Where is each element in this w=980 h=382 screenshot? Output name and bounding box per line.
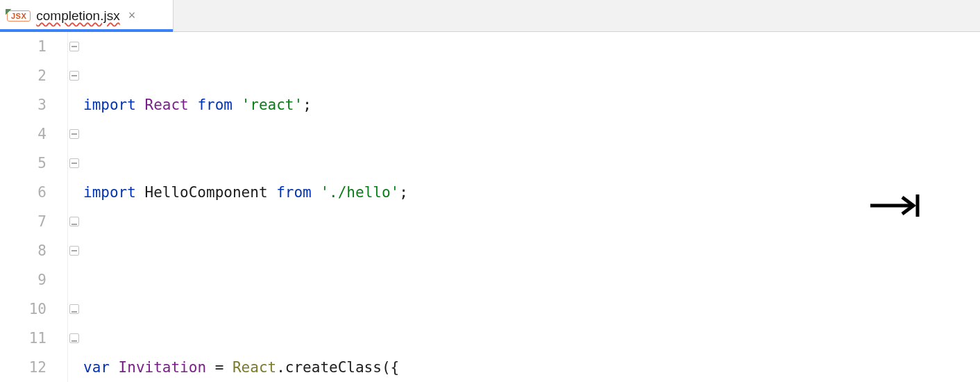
code-line: var Invitation = React.createClass({ <box>83 353 980 382</box>
fold-marker-icon[interactable] <box>69 217 79 226</box>
jsx-file-icon: JSX <box>7 10 31 22</box>
fold-column <box>68 32 83 382</box>
fold-marker-icon[interactable] <box>69 129 79 139</box>
close-icon[interactable]: × <box>128 8 136 23</box>
file-tab[interactable]: JSX completion.jsx × <box>0 0 174 31</box>
line-number: 9 <box>0 265 47 294</box>
line-number-gutter: 1 2 3 4 5 6 7 8 9 10 11 12 <box>0 32 68 382</box>
line-number: 3 <box>0 90 47 119</box>
line-number: 8 <box>0 236 47 265</box>
line-number: 7 <box>0 207 47 236</box>
line-number: 11 <box>0 324 47 353</box>
fold-marker-icon[interactable] <box>69 333 79 343</box>
fold-marker-icon[interactable] <box>69 304 79 314</box>
fold-marker-icon[interactable] <box>69 71 79 81</box>
code-editor[interactable]: import React from 'react'; import HelloC… <box>68 32 980 382</box>
tab-filename: completion.jsx <box>36 8 119 24</box>
tab-bar: JSX completion.jsx × <box>0 0 980 32</box>
line-number: 1 <box>0 32 47 61</box>
line-number: 4 <box>0 119 47 149</box>
code-line: import React from 'react'; <box>83 90 980 119</box>
line-number: 12 <box>0 353 47 382</box>
line-number: 5 <box>0 149 47 178</box>
fold-marker-icon[interactable] <box>69 42 79 51</box>
code-line <box>83 265 980 294</box>
line-number: 6 <box>0 178 47 207</box>
line-number: 10 <box>0 294 47 324</box>
editor-area: 1 2 3 4 5 6 7 8 9 10 11 12 import React … <box>0 32 980 382</box>
fold-marker-icon[interactable] <box>69 158 79 168</box>
tab-jump-icon[interactable] <box>816 164 922 257</box>
fold-marker-icon[interactable] <box>69 246 79 256</box>
line-number: 2 <box>0 61 47 90</box>
